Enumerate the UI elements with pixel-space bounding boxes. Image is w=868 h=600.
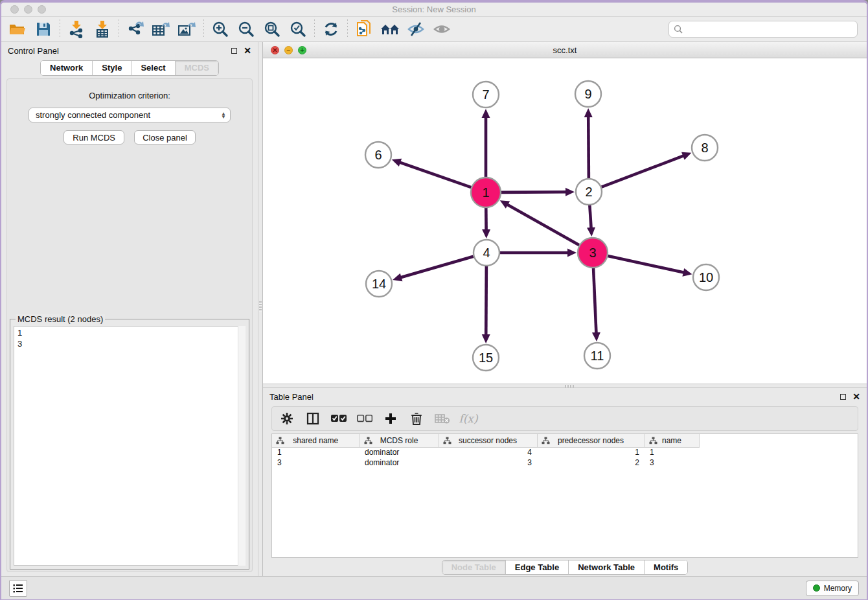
table-cell[interactable]: 1 bbox=[645, 447, 699, 457]
table-cell[interactable]: 3 bbox=[272, 457, 360, 468]
result-scrollbar[interactable] bbox=[238, 326, 246, 566]
hide-selected-button[interactable] bbox=[405, 19, 427, 40]
table-cell[interactable]: 3 bbox=[645, 457, 699, 468]
toolbar-separator bbox=[119, 19, 119, 39]
zoom-in-button[interactable] bbox=[209, 19, 231, 40]
column-header-successor-nodes[interactable]: successor nodes bbox=[439, 434, 537, 447]
open-session-button[interactable] bbox=[6, 19, 29, 40]
right-column: ✕ − + scc.txt 7968124314101511 Table Pan… bbox=[263, 42, 867, 576]
edge-3-1[interactable] bbox=[506, 204, 579, 246]
network-canvas[interactable]: 7968124314101511 bbox=[263, 58, 867, 384]
arrowhead-2-9 bbox=[584, 108, 593, 117]
column-header-MCDS-role[interactable]: MCDS role bbox=[360, 434, 439, 447]
graph-node-label-8: 8 bbox=[701, 141, 708, 155]
gear-icon bbox=[280, 412, 293, 425]
select-chevrons-icon: ▲▼ bbox=[221, 112, 226, 119]
edge-2-9[interactable] bbox=[588, 115, 589, 178]
memory-button[interactable]: Memory bbox=[806, 581, 859, 596]
tab-motifs[interactable]: Motifs bbox=[645, 560, 687, 574]
first-neighbors-houses-icon bbox=[380, 21, 400, 37]
export-table-button[interactable] bbox=[150, 19, 172, 40]
show-hidden-button[interactable] bbox=[431, 19, 453, 40]
close-network-icon[interactable]: ✕ bbox=[271, 46, 279, 54]
splitter-handle[interactable] bbox=[259, 301, 262, 312]
settings-gear-button[interactable] bbox=[279, 410, 295, 427]
splitter-handle[interactable] bbox=[565, 385, 574, 387]
import-network-button[interactable] bbox=[65, 19, 87, 40]
tab-select[interactable]: Select bbox=[131, 61, 175, 75]
run-mcds-button[interactable]: Run MCDS bbox=[63, 130, 124, 144]
tab-network[interactable]: Network bbox=[41, 61, 93, 75]
arrowhead-2-8 bbox=[681, 152, 691, 160]
close-panel-icon[interactable]: ✕ bbox=[244, 48, 251, 54]
edge-2-3[interactable] bbox=[589, 205, 591, 229]
zoom-fit-button[interactable] bbox=[261, 19, 283, 40]
edge-3-11[interactable] bbox=[593, 268, 596, 334]
export-network-button[interactable] bbox=[124, 19, 146, 40]
table-cell[interactable]: 3 bbox=[439, 457, 537, 468]
mcds-result-text[interactable]: 1 3 bbox=[14, 326, 246, 566]
vertical-splitter[interactable] bbox=[258, 42, 263, 576]
column-header-predecessor-nodes[interactable]: predecessor nodes bbox=[537, 434, 645, 447]
arrowhead-1-6 bbox=[392, 159, 402, 167]
refresh-view-button[interactable] bbox=[320, 19, 342, 40]
tab-style[interactable]: Style bbox=[93, 61, 131, 75]
horizontal-splitter[interactable] bbox=[263, 384, 867, 388]
main-content: Control Panel ✕ NetworkStyleSelectMCDS O… bbox=[1, 42, 867, 576]
close-panel-icon[interactable]: ✕ bbox=[852, 394, 860, 400]
show-panels-list-button[interactable] bbox=[9, 580, 27, 597]
save-session-button[interactable] bbox=[32, 19, 54, 40]
export-image-button[interactable] bbox=[176, 19, 198, 40]
edge-3-10[interactable] bbox=[608, 256, 685, 273]
table-cell[interactable]: 1 bbox=[272, 447, 360, 457]
add-column-button[interactable] bbox=[382, 410, 399, 427]
close-panel-button[interactable]: Close panel bbox=[134, 130, 196, 144]
table-cell[interactable]: 2 bbox=[537, 457, 645, 468]
first-neighbors-button[interactable] bbox=[379, 19, 401, 40]
node-table[interactable]: shared nameMCDS rolesuccessor nodesprede… bbox=[272, 434, 700, 468]
table-cell[interactable]: dominator bbox=[360, 457, 439, 468]
status-bar: Memory bbox=[1, 576, 867, 599]
tab-node-table[interactable]: Node Table bbox=[442, 560, 506, 574]
float-panel-icon[interactable] bbox=[231, 48, 237, 54]
table-row[interactable]: 3dominator323 bbox=[272, 457, 699, 468]
app-window: Session: New Session bbox=[0, 0, 868, 600]
table-cell[interactable]: dominator bbox=[360, 447, 439, 457]
memory-status-dot bbox=[813, 584, 820, 592]
deselect-all-button[interactable] bbox=[356, 410, 373, 427]
toolbar-separator bbox=[314, 19, 315, 39]
list-icon bbox=[13, 584, 23, 593]
edge-1-6[interactable] bbox=[398, 162, 471, 187]
search-input[interactable] bbox=[686, 25, 852, 34]
select-all-button[interactable] bbox=[330, 410, 347, 427]
arrowhead-1-7 bbox=[482, 109, 490, 118]
table-row[interactable]: 1dominator411 bbox=[272, 447, 699, 457]
toggle-panel-button[interactable] bbox=[304, 410, 321, 427]
tab-edge-table[interactable]: Edge Table bbox=[506, 560, 569, 574]
graph-node-label-15: 15 bbox=[479, 351, 493, 365]
column-header-shared-name[interactable]: shared name bbox=[272, 434, 360, 447]
float-panel-icon[interactable] bbox=[840, 394, 846, 400]
edge-4-15[interactable] bbox=[486, 266, 486, 336]
table-toolbar: f(x) bbox=[271, 406, 858, 431]
edge-2-8[interactable] bbox=[602, 156, 685, 187]
table-cell[interactable]: 1 bbox=[537, 447, 645, 457]
zoom-network-icon[interactable]: + bbox=[298, 46, 306, 54]
graph-node-label-9: 9 bbox=[584, 87, 591, 101]
optimization-criterion-select[interactable]: strongly connected component ▲▼ bbox=[29, 108, 231, 122]
table-cell[interactable]: 4 bbox=[439, 447, 537, 457]
zoom-out-button[interactable] bbox=[235, 19, 257, 40]
import-table-button[interactable] bbox=[91, 19, 113, 40]
graph-node-label-11: 11 bbox=[591, 349, 604, 363]
tab-mcds[interactable]: MCDS bbox=[176, 61, 218, 75]
zoom-selected-button[interactable] bbox=[287, 19, 309, 40]
delete-column-button[interactable] bbox=[408, 410, 425, 427]
clone-network-button[interactable] bbox=[353, 19, 375, 40]
column-header-name[interactable]: name bbox=[645, 434, 699, 447]
tab-network-table[interactable]: Network Table bbox=[569, 560, 645, 574]
minimize-network-icon[interactable]: − bbox=[284, 46, 293, 54]
edge-4-14[interactable] bbox=[400, 257, 474, 278]
search-box[interactable] bbox=[668, 21, 858, 38]
delete-table-icon bbox=[435, 413, 450, 424]
edge-1-2[interactable] bbox=[501, 192, 567, 192]
